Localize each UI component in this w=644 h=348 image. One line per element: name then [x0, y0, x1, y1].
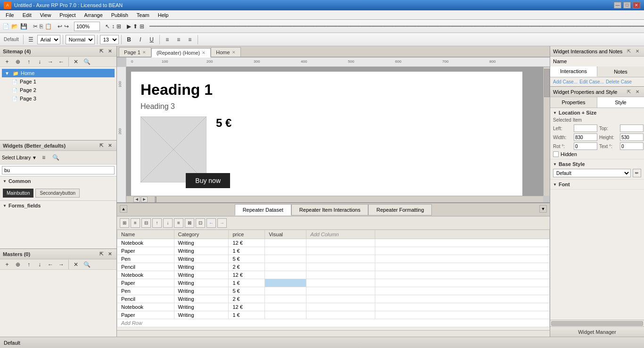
cell-price-8[interactable]: 2 €	[229, 295, 265, 303]
cell-name-8[interactable]: Pencil	[117, 295, 174, 303]
base-style-select[interactable]: Default	[553, 169, 631, 177]
sitemap-down[interactable]: ↓	[34, 57, 45, 67]
cell-price-2[interactable]: 1 €	[229, 247, 265, 255]
cell-price-5[interactable]: 12 €	[229, 271, 265, 279]
new-button[interactable]: 📄	[2, 21, 10, 32]
font-size-select[interactable]: 13	[100, 35, 119, 44]
masters-down[interactable]: ↓	[34, 259, 45, 270]
cell-cat-6[interactable]: Writing	[174, 279, 229, 287]
repeater-collapse-btn[interactable]: ▲	[120, 205, 127, 213]
rep-btn-6[interactable]: ⊡	[196, 218, 205, 228]
sitemap-item-page3[interactable]: 📄 Page 3	[9, 94, 115, 103]
cell-visual-6[interactable]	[265, 279, 306, 287]
cell-cat-2[interactable]: Writing	[174, 247, 229, 255]
menu-team[interactable]: Team	[133, 11, 153, 19]
wi-delete-case[interactable]: Delete Case	[606, 79, 632, 84]
rep-btn-down[interactable]: ↓	[163, 218, 173, 228]
menu-file[interactable]: File	[2, 11, 18, 19]
tab-page1[interactable]: Page 1 ✕	[119, 47, 151, 57]
cut-button[interactable]: ✂	[33, 21, 38, 32]
rep-btn-left-arrow[interactable]: ←	[206, 218, 216, 228]
sitemap-add[interactable]: +	[2, 57, 12, 67]
open-button[interactable]: 📂	[11, 21, 19, 32]
italic-button[interactable]: I	[135, 34, 146, 45]
widget-manager-bar[interactable]: Widget Manager	[550, 326, 644, 337]
wi-undock[interactable]: ⇱	[625, 48, 633, 55]
align-right-button[interactable]: ≡	[185, 34, 195, 45]
sitemap-close[interactable]: ✕	[106, 48, 114, 55]
sitemap-item-home[interactable]: ▼ 📁 Home	[2, 69, 115, 77]
masters-next[interactable]: →	[56, 259, 66, 270]
cell-name-7[interactable]: Pen	[117, 287, 174, 295]
wi-close[interactable]: ✕	[634, 48, 641, 55]
cell-price-6[interactable]: 1 €	[229, 279, 265, 287]
menu-help[interactable]: Help	[154, 11, 173, 19]
select-button[interactable]: ↖	[105, 21, 110, 32]
masters-search[interactable]: 🔍	[82, 259, 92, 270]
buy-button[interactable]: Buy now	[186, 173, 230, 188]
sitemap-delete[interactable]: ✕	[71, 57, 81, 67]
menu-project[interactable]: Project	[56, 11, 79, 19]
tab-home[interactable]: Home ✕	[211, 47, 240, 57]
cell-visual-2[interactable]	[265, 247, 306, 255]
underline-button[interactable]: U	[147, 34, 157, 45]
repeater-expand-btn[interactable]: ▼	[539, 205, 547, 213]
masters-close[interactable]: ✕	[106, 250, 114, 258]
cell-price-3[interactable]: 5 €	[229, 255, 265, 263]
rep-btn-1[interactable]: ⊞	[120, 218, 129, 228]
masters-add2[interactable]: ⊕	[13, 259, 23, 270]
tb2-btn1[interactable]: ☰	[26, 34, 36, 45]
canvas-vscroll[interactable]	[543, 67, 550, 196]
wp-undock[interactable]: ⇱	[625, 88, 633, 96]
rep-btn-2[interactable]: ≡	[131, 218, 140, 228]
repeater-tab-dataset[interactable]: Repeater Dataset	[235, 204, 291, 215]
repeater-tab-interactions[interactable]: Repeater Item Interactions	[291, 204, 369, 215]
cell-name-2[interactable]: Paper	[117, 247, 174, 255]
font-family-select[interactable]: Arial	[37, 35, 60, 44]
masters-add[interactable]: +	[2, 259, 12, 270]
cell-cat-1[interactable]: Writing	[174, 239, 229, 247]
minimize-button[interactable]: —	[614, 2, 621, 8]
cell-cat-10[interactable]: Writing	[174, 311, 229, 319]
cell-price-7[interactable]: 5 €	[229, 287, 265, 295]
widgets-undock[interactable]: ⇱	[98, 142, 105, 149]
menu-view[interactable]: View	[36, 11, 55, 19]
nav-right[interactable]: ▶	[141, 197, 148, 202]
nav-left[interactable]: ◀	[133, 197, 140, 202]
canvas-hscroll[interactable]	[126, 196, 543, 202]
align-center-button[interactable]: ≡	[173, 34, 184, 45]
cell-name-1[interactable]: Notebook	[117, 239, 174, 247]
cell-price-4[interactable]: 2 €	[229, 263, 265, 271]
rot-input[interactable]	[574, 142, 597, 150]
play-button[interactable]: ▶	[126, 21, 132, 32]
cell-name-10[interactable]: Paper	[117, 311, 174, 319]
rep-btn-right-arrow[interactable]: →	[217, 218, 227, 228]
crop-button[interactable]: ⊞	[116, 21, 122, 32]
sitemap-add-child[interactable]: ⊕	[13, 57, 23, 67]
zoom-input[interactable]	[74, 22, 100, 31]
font-style-select[interactable]: Normal	[66, 35, 95, 44]
undo-button[interactable]: ↩	[57, 21, 63, 32]
canvas-vscroll-thumb[interactable]	[544, 69, 550, 97]
width-input[interactable]	[574, 133, 597, 141]
tab-home-close[interactable]: ✕	[232, 50, 236, 55]
cell-price-10[interactable]: 1 €	[229, 311, 265, 319]
sitemap-undock[interactable]: ⇱	[98, 48, 105, 55]
top-input[interactable]	[620, 124, 644, 132]
left-input[interactable]	[574, 124, 597, 132]
cell-name-4[interactable]: Pencil	[117, 263, 174, 271]
copy-button[interactable]: ⎘	[39, 21, 43, 32]
cell-visual-3[interactable]	[265, 255, 306, 263]
wp-close[interactable]: ✕	[634, 88, 641, 96]
mainbutton-widget[interactable]: Mainbutton	[3, 189, 33, 198]
props-tab-style[interactable]: Style	[597, 97, 644, 108]
cell-visual-9[interactable]	[265, 303, 306, 311]
rep-btn-3[interactable]: ⊟	[141, 218, 151, 228]
widgets-search-icon[interactable]: 🔍	[51, 152, 61, 163]
hidden-checkbox[interactable]	[553, 151, 559, 157]
repeater-hscroll[interactable]	[117, 330, 550, 337]
style-edit-button[interactable]: ✏	[633, 169, 641, 177]
height-input[interactable]	[620, 133, 644, 141]
tab-repeater-home[interactable]: (Repeater) (Home) ✕	[151, 48, 211, 58]
share-button[interactable]: ⬆	[132, 21, 138, 32]
